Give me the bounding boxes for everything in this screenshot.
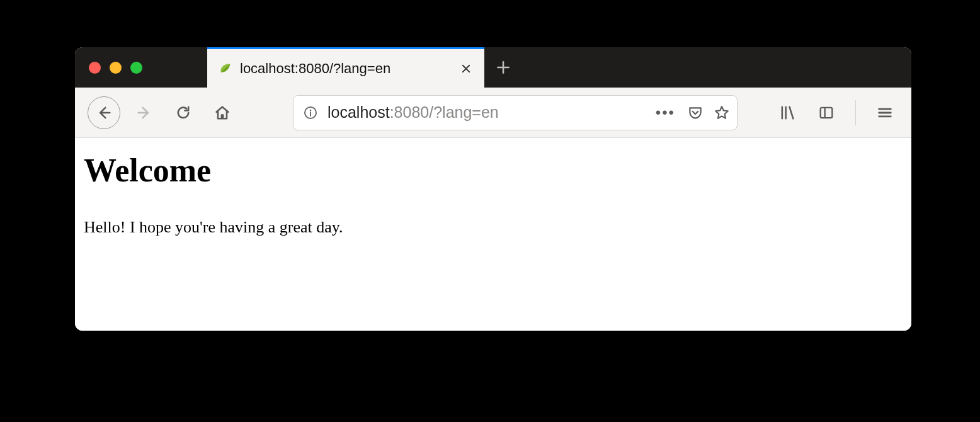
address-bar[interactable]: localhost:8080/?lang=en •••: [293, 95, 738, 130]
page-content: Welcome Hello! I hope you're having a gr…: [75, 138, 911, 331]
star-icon: [714, 105, 730, 121]
page-heading: Welcome: [84, 152, 903, 189]
save-to-pocket-button[interactable]: [687, 104, 704, 122]
forward-button[interactable]: [129, 98, 159, 128]
info-icon: [303, 105, 318, 120]
window-maximize-button[interactable]: [130, 62, 142, 74]
bookmark-button[interactable]: [713, 104, 731, 122]
pocket-icon: [687, 105, 704, 121]
window-minimize-button[interactable]: [110, 62, 122, 74]
browser-window: localhost:8080/?lang=en loc: [75, 47, 911, 331]
new-tab-button[interactable]: [484, 47, 522, 88]
library-button[interactable]: [773, 99, 801, 127]
plus-icon: [495, 59, 511, 76]
close-icon: [460, 63, 472, 74]
spring-leaf-icon: [219, 62, 232, 76]
toolbar-right: [773, 99, 899, 127]
sidebar-icon: [818, 104, 835, 122]
close-tab-button[interactable]: [458, 60, 474, 77]
svg-rect-2: [821, 107, 833, 117]
reload-button[interactable]: [168, 98, 198, 128]
toolbar-divider: [855, 100, 856, 125]
arrow-left-icon: [95, 104, 113, 122]
browser-tab[interactable]: localhost:8080/?lang=en: [207, 47, 484, 88]
site-info-button[interactable]: [302, 105, 319, 121]
navigation-toolbar: localhost:8080/?lang=en •••: [75, 88, 911, 138]
arrow-right-icon: [135, 104, 153, 122]
url-bar-actions: •••: [653, 104, 731, 122]
hamburger-icon: [876, 104, 894, 122]
app-menu-button[interactable]: [871, 99, 899, 127]
library-icon: [778, 104, 796, 122]
url-text: localhost:8080/?lang=en: [328, 103, 644, 122]
titlebar: localhost:8080/?lang=en: [75, 47, 911, 88]
window-close-button[interactable]: [89, 62, 101, 74]
home-button[interactable]: [207, 98, 237, 128]
page-actions-button[interactable]: •••: [653, 104, 678, 122]
page-greeting: Hello! I hope you're having a great day.: [84, 217, 903, 238]
sidebar-button[interactable]: [812, 99, 840, 127]
back-button[interactable]: [88, 96, 120, 129]
home-icon: [214, 104, 231, 122]
url-host: localhost: [328, 103, 390, 121]
tab-title: localhost:8080/?lang=en: [240, 60, 450, 77]
svg-point-1: [310, 109, 312, 111]
window-controls: [75, 47, 207, 88]
url-path: :8080/?lang=en: [390, 103, 499, 121]
reload-icon: [174, 104, 192, 122]
